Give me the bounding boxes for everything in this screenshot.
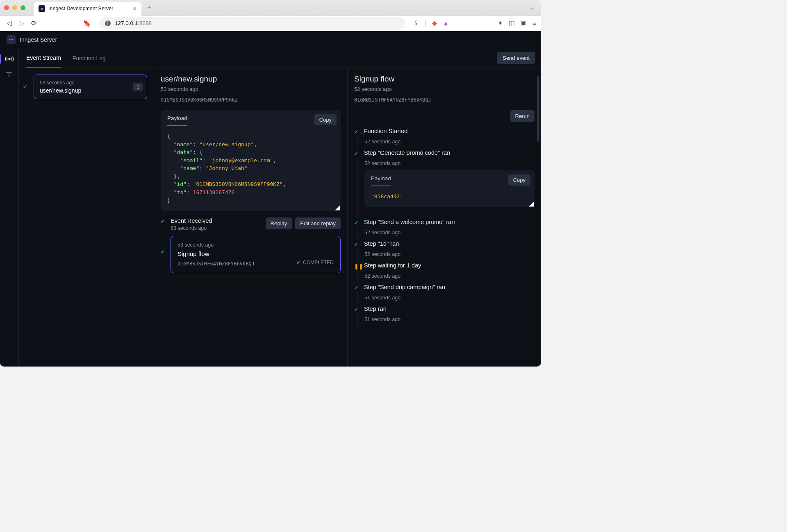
new-tab-button[interactable]: + (147, 3, 152, 12)
window-controls (4, 5, 25, 10)
payload-tab[interactable]: Payload (167, 115, 187, 126)
replay-button[interactable]: Replay (266, 217, 292, 229)
site-info-icon[interactable]: ! (105, 20, 111, 26)
app-title: Inngest Server (20, 36, 57, 43)
flow-id: 01GMBSJSTMF6AYNZ8FYB6VKBQJ (177, 261, 255, 267)
step-time: 52 seconds ago (364, 139, 535, 145)
step-time: 51 seconds ago (364, 295, 535, 301)
event-id: 01GMBSJSQVBK06M5N9S9PP90KZ (161, 97, 341, 103)
check-icon: ✔ (354, 219, 360, 226)
event-list: ✔ 53 seconds ago user/new.signup 1 (19, 68, 154, 367)
step-payload-box: PayloadCopy"858ca492" (364, 170, 535, 207)
step-time: 52 seconds ago (364, 251, 535, 257)
browser-tab[interactable]: ◆ Inngest Development Server × (34, 2, 141, 16)
share-icon[interactable]: ⇪ (414, 19, 419, 27)
event-received-title: Event Received (171, 217, 266, 224)
sidepanel-icon[interactable]: ◫ (509, 19, 515, 27)
minimize-window[interactable] (12, 5, 17, 10)
step-time: 52 seconds ago (364, 230, 535, 235)
payload-code: { "name": "user/new.signup", "data": { "… (161, 127, 341, 211)
copy-button[interactable]: Copy (508, 174, 530, 186)
url-bar[interactable]: ! 127.0.0.1:8288 (99, 17, 405, 29)
step-time: 51 seconds ago (364, 317, 535, 322)
event-detail-panel: user/new.signup 53 seconds ago 01GMBSJSQ… (154, 68, 348, 367)
browser-toolbar: ◁ ▷ ⟳ 🔖 ! 127.0.0.1:8288 ⇪ | ◆ ▲ ✦ ◫ ▣ ≡ (0, 16, 541, 31)
tab-function-log[interactable]: Function Log (73, 49, 106, 67)
tabs-row: Event Stream Function Log Send event (19, 48, 541, 68)
app-logo-icon: ••• (7, 35, 16, 44)
rerun-button[interactable]: Rerun (510, 110, 535, 122)
reload-button[interactable]: ⟳ (30, 19, 38, 27)
check-icon: ✔ (161, 217, 166, 231)
step-item: ✔Step "1d" ran (354, 240, 535, 248)
event-list-item[interactable]: 53 seconds ago user/new.signup 1 (34, 75, 147, 99)
check-icon: ✔ (354, 149, 360, 157)
event-title: user/new.signup (161, 75, 341, 84)
bookmark-icon[interactable]: 🔖 (83, 19, 91, 27)
step-title: Step ran (364, 306, 535, 312)
stream-icon[interactable] (5, 55, 14, 63)
tab-event-stream[interactable]: Event Stream (26, 49, 61, 68)
forward-button[interactable]: ▷ (17, 19, 25, 27)
sidebar (0, 48, 19, 367)
step-item: ✔Step "Send drip campaign" ran (354, 284, 535, 292)
brave-rewards-icon[interactable]: ▲ (443, 20, 449, 27)
copy-button[interactable]: Copy (314, 114, 337, 125)
step-payload-code: "858ca492" (364, 187, 535, 207)
check-icon: ✔ (354, 128, 360, 136)
book-icon[interactable] (5, 71, 14, 79)
check-icon: ✔ (23, 84, 27, 90)
event-count-badge: 1 (133, 83, 143, 91)
step-title: Step "1d" ran (364, 240, 535, 247)
check-icon: ✔ (296, 260, 300, 265)
step-time: 52 seconds ago (364, 273, 535, 279)
step-title: Step waiting for 1 day (364, 262, 535, 269)
url-port: :8288 (138, 20, 152, 26)
event-received-time: 53 seconds ago (171, 225, 266, 231)
step-item: ✔Step ran (354, 306, 535, 313)
edit-replay-button[interactable]: Edit and replay (295, 217, 341, 229)
flow-time: 53 seconds ago (177, 242, 334, 248)
function-run-card[interactable]: 53 seconds ago Signup flow 01GMBSJSTMF6A… (171, 236, 341, 273)
payload-tab[interactable]: Payload (371, 175, 391, 186)
run-title: Signup flow (354, 75, 535, 84)
menu-icon[interactable]: ≡ (532, 20, 536, 27)
send-event-button[interactable]: Send event (497, 52, 535, 64)
step-title: Step "Generate promo code" ran (364, 149, 535, 156)
event-detail-time: 53 seconds ago (161, 86, 341, 92)
event-time: 53 seconds ago (40, 80, 141, 86)
tabs-dropdown-icon[interactable]: ⌄ (530, 5, 535, 11)
scrollbar[interactable] (537, 76, 539, 350)
pause-icon: ❚❚ (354, 262, 360, 270)
step-title: Function Started (364, 128, 535, 134)
step-title: Step "Send drip campaign" ran (364, 284, 535, 290)
check-icon: ✔ (354, 240, 360, 248)
tab-favicon-icon: ◆ (39, 5, 45, 12)
step-title: Step "Send a welcome promo" ran (364, 219, 535, 225)
resize-handle-icon[interactable] (335, 206, 340, 211)
back-button[interactable]: ◁ (5, 19, 13, 27)
app-header: ••• Inngest Server (0, 31, 541, 48)
tab-title: Inngest Development Server (48, 6, 113, 11)
extensions-icon[interactable]: ✦ (498, 19, 503, 27)
close-tab-icon[interactable]: × (133, 5, 136, 12)
event-received-row: ✔ Event Received 53 seconds ago Replay E… (161, 217, 341, 231)
step-time: 52 seconds ago (364, 161, 535, 166)
check-icon: ✔ (354, 284, 360, 292)
brave-shield-icon[interactable]: ◆ (432, 19, 437, 27)
event-name: user/new.signup (40, 87, 141, 94)
maximize-window[interactable] (20, 5, 25, 10)
step-item: ✔Step "Send a welcome promo" ran (354, 219, 535, 226)
check-icon: ✔ (354, 306, 360, 313)
resize-handle-icon[interactable] (529, 202, 534, 207)
payload-box: Payload Copy { "name": "user/new.signup"… (161, 110, 341, 211)
wallet-icon[interactable]: ▣ (521, 19, 527, 27)
close-window[interactable] (4, 5, 9, 10)
app: ••• Inngest Server Event Stream Function… (0, 31, 541, 367)
run-panel: Signup flow 52 seconds ago 01GMBSJSTMF6A… (348, 68, 541, 367)
browser-titlebar: ◆ Inngest Development Server × + ⌄ (0, 0, 541, 16)
url-host: 127.0.0.1 (115, 20, 138, 26)
run-time: 52 seconds ago (354, 86, 535, 92)
svg-point-0 (9, 58, 10, 59)
flow-name: Signup flow (177, 250, 334, 257)
